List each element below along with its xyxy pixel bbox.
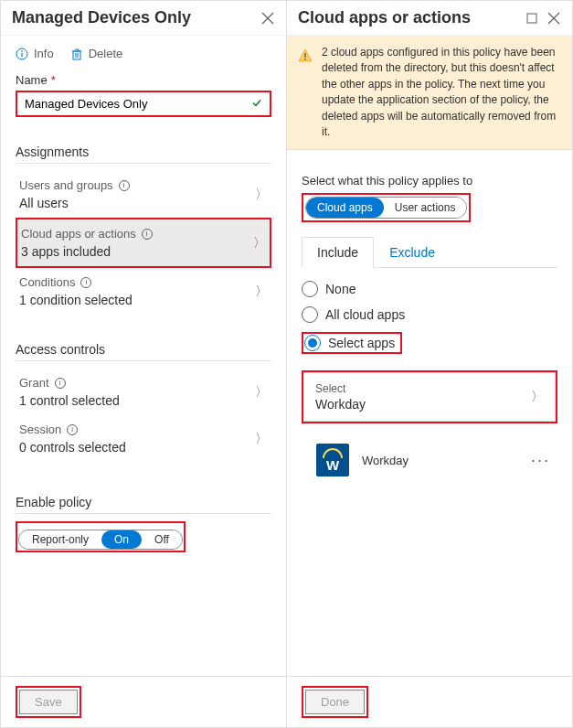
include-exclude-tabs: Include Exclude [302, 237, 557, 268]
chevron-right-icon: 〉 [253, 235, 266, 252]
apps-radio-group: None All cloud apps Select apps [302, 281, 557, 354]
users-groups-row[interactable]: Users and groupsi All users 〉 [16, 171, 271, 218]
warning-banner: 2 cloud apps configured in this policy h… [287, 36, 572, 150]
radio-icon [302, 281, 318, 297]
cloud-apps-row[interactable]: Cloud apps or actionsi 3 apps included 〉 [17, 219, 270, 266]
toggle-report-only[interactable]: Report-only [19, 530, 101, 549]
select-apps-block[interactable]: Select Workday 〉 [303, 372, 556, 422]
conditions-row[interactable]: Conditionsi 1 condition selected 〉 [16, 268, 271, 315]
check-icon [251, 97, 262, 111]
applies-label: Select what this policy applies to [302, 174, 557, 187]
conditions-value: 1 condition selected [19, 293, 133, 307]
grant-label: Grant [19, 376, 49, 390]
svg-point-6 [304, 59, 306, 60]
more-icon[interactable]: ··· [531, 451, 550, 470]
info-label: Info [34, 47, 54, 60]
name-label: Name* [16, 73, 271, 87]
close-icon[interactable] [260, 11, 275, 26]
done-button[interactable]: Done [305, 690, 365, 714]
users-groups-value: All users [19, 196, 130, 210]
svg-point-1 [21, 50, 23, 52]
session-label: Session [19, 423, 61, 436]
radio-all-label: All cloud apps [325, 307, 405, 322]
grant-value: 1 control selected [19, 393, 120, 408]
left-panel-header: Managed Devices Only [1, 1, 286, 36]
info-icon[interactable]: i [142, 229, 153, 240]
toggle-on[interactable]: On [101, 530, 142, 549]
info-icon[interactable]: i [80, 277, 91, 288]
toggle-cloud-apps[interactable]: Cloud apps [306, 198, 384, 218]
right-body: Select what this policy applies to Cloud… [287, 150, 572, 676]
tab-include[interactable]: Include [302, 237, 374, 268]
app-name: Workday [362, 454, 409, 467]
users-groups-label: Users and groups [19, 178, 113, 192]
delete-button[interactable]: Delete [70, 47, 123, 60]
svg-rect-3 [73, 51, 80, 59]
left-title: Managed Devices Only [12, 8, 191, 27]
access-title: Access controls [16, 333, 271, 357]
svg-rect-2 [21, 53, 22, 57]
warning-text: 2 cloud apps configured in this policy h… [322, 46, 556, 138]
session-value: 0 controls selected [19, 440, 126, 455]
right-title: Cloud apps or actions [298, 8, 471, 27]
radio-icon [304, 335, 321, 351]
cloud-apps-panel: Cloud apps or actions 2 cloud apps confi… [286, 0, 573, 728]
cloud-apps-label: Cloud apps or actions [21, 227, 136, 241]
radio-all[interactable]: All cloud apps [302, 306, 557, 323]
chevron-right-icon: 〉 [255, 187, 268, 203]
left-footer: Save [1, 676, 286, 727]
info-icon[interactable]: i [67, 424, 78, 435]
svg-rect-4 [527, 14, 536, 23]
close-icon[interactable] [546, 11, 561, 26]
assignments-title: Assignments [16, 135, 271, 159]
toolbar: Info Delete [16, 47, 271, 60]
toggle-off[interactable]: Off [142, 530, 182, 549]
save-button[interactable]: Save [19, 690, 78, 714]
applies-toggle[interactable]: Cloud apps User actions [305, 197, 467, 219]
tab-exclude[interactable]: Exclude [374, 237, 451, 268]
chevron-right-icon: 〉 [255, 384, 268, 401]
select-value: Workday [315, 397, 366, 412]
left-body: Info Delete Name* Assignments Users and … [1, 36, 286, 676]
enable-label: Enable policy [16, 486, 271, 509]
toggle-user-actions[interactable]: User actions [384, 198, 467, 218]
right-panel-header: Cloud apps or actions [287, 1, 572, 36]
chevron-right-icon: 〉 [531, 389, 544, 405]
radio-select-label: Select apps [328, 336, 395, 350]
chevron-right-icon: 〉 [255, 284, 268, 300]
right-footer: Done [287, 676, 572, 727]
chevron-right-icon: 〉 [255, 431, 268, 447]
select-label: Select [315, 382, 366, 395]
maximize-icon[interactable] [525, 11, 539, 26]
warning-icon [298, 48, 313, 68]
radio-icon [302, 306, 318, 323]
workday-icon: W [316, 444, 349, 476]
app-row-workday[interactable]: W Workday ··· [302, 433, 557, 487]
radio-none[interactable]: None [302, 281, 557, 297]
delete-label: Delete [89, 47, 123, 60]
cloud-apps-value: 3 apps included [21, 244, 153, 259]
radio-select-apps[interactable]: Select apps [304, 335, 395, 351]
info-icon[interactable]: i [119, 180, 130, 191]
enable-policy-toggle[interactable]: Report-only On Off [18, 530, 183, 550]
policy-panel: Managed Devices Only Info Delete Name* [0, 0, 286, 728]
info-button[interactable]: Info [16, 47, 54, 60]
svg-rect-5 [304, 53, 305, 58]
conditions-label: Conditions [19, 275, 75, 289]
info-icon[interactable]: i [55, 378, 66, 389]
radio-none-label: None [325, 282, 355, 296]
grant-row[interactable]: Granti 1 control selected 〉 [16, 369, 271, 415]
session-row[interactable]: Sessioni 0 controls selected 〉 [16, 415, 271, 462]
name-input[interactable] [17, 92, 270, 115]
